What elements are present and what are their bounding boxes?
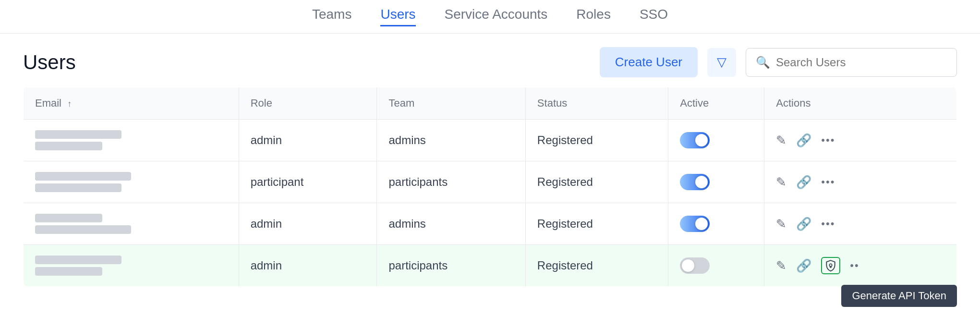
cell-role-1: admin [239,120,377,161]
cell-team-4: participants [377,245,525,287]
search-icon: 🔍 [756,56,770,69]
cell-email-4 [24,245,239,287]
active-toggle-1[interactable] [680,132,710,148]
table-row: admin participants Registered ✎ 🔗 [24,245,957,287]
active-toggle-3[interactable] [680,216,710,232]
cell-team-1: admins [377,120,525,161]
active-toggle-2[interactable] [680,174,710,190]
table-row: admin admins Registered ✎ 🔗 ••• [24,203,957,245]
filter-icon: ▽ [717,55,726,70]
cell-team-3: admins [377,203,525,245]
more-dots-4[interactable]: •• [850,259,859,272]
cell-active-4 [668,245,764,287]
page-title: Users [23,51,590,74]
col-header-role[interactable]: Role [239,87,377,120]
sort-asc-icon: ↑ [67,99,72,109]
top-navigation: Teams Users Service Accounts Roles SSO [0,0,980,34]
users-table: Email ↑ Role Team Status Active Actions [23,87,957,287]
link-icon-2[interactable]: 🔗 [796,175,811,190]
generate-api-token-icon[interactable] [821,257,840,274]
cell-actions-1: ✎ 🔗 ••• [764,120,957,161]
cell-active-2 [668,161,764,203]
edit-icon-1[interactable]: ✎ [776,133,786,148]
col-header-team[interactable]: Team [377,87,525,120]
cell-actions-4: ✎ 🔗 •• [764,245,957,287]
cell-actions-3: ✎ 🔗 ••• [764,203,957,245]
col-header-status[interactable]: Status [525,87,668,120]
more-dots-2[interactable]: ••• [821,176,835,188]
more-dots-1[interactable]: ••• [821,134,835,146]
tab-teams[interactable]: Teams [312,7,351,26]
active-toggle-4[interactable] [680,257,710,274]
link-icon-4[interactable]: 🔗 [796,258,811,273]
search-box: 🔍 [746,48,957,77]
tab-roles[interactable]: Roles [576,7,611,26]
cell-status-1: Registered [525,120,668,161]
cell-active-1 [668,120,764,161]
cell-role-4: admin [239,245,377,287]
generate-api-token-tooltip: Generate API Token [841,285,957,307]
table-header-row: Email ↑ Role Team Status Active Actions [24,87,957,120]
col-header-email[interactable]: Email ↑ [24,87,239,120]
cell-team-2: participants [377,161,525,203]
table-row: participant participants Registered ✎ 🔗 … [24,161,957,203]
filter-button[interactable]: ▽ [707,48,736,77]
create-user-button[interactable]: Create User [600,47,698,77]
users-table-container: Email ↑ Role Team Status Active Actions [0,87,980,287]
tab-users[interactable]: Users [380,7,415,26]
more-dots-3[interactable]: ••• [821,218,835,230]
link-icon-1[interactable]: 🔗 [796,133,811,148]
cell-role-3: admin [239,203,377,245]
table-row: admin admins Registered ✎ 🔗 ••• [24,120,957,161]
edit-icon-3[interactable]: ✎ [776,217,786,232]
tab-sso[interactable]: SSO [640,7,668,26]
cell-status-2: Registered [525,161,668,203]
edit-icon-2[interactable]: ✎ [776,175,786,190]
col-header-active[interactable]: Active [668,87,764,120]
edit-icon-4[interactable]: ✎ [776,258,786,273]
tab-service-accounts[interactable]: Service Accounts [445,7,548,26]
col-header-actions[interactable]: Actions [764,87,957,120]
cell-status-3: Registered [525,203,668,245]
cell-active-3 [668,203,764,245]
cell-actions-2: ✎ 🔗 ••• [764,161,957,203]
tooltip-container: Generate API Token [0,285,980,307]
cell-email-2 [24,161,239,203]
search-input[interactable] [776,56,947,69]
link-icon-3[interactable]: 🔗 [796,217,811,232]
cell-role-2: participant [239,161,377,203]
cell-email-1 [24,120,239,161]
page-header: Users Create User ▽ 🔍 [0,34,980,87]
cell-email-3 [24,203,239,245]
cell-status-4: Registered [525,245,668,287]
